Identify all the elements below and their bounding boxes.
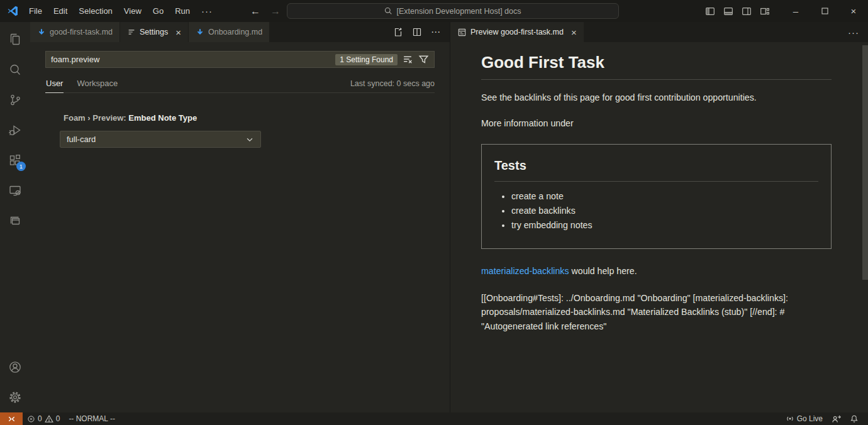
tabbar-left: good-first-task.md Settings × Onboarding… [30,22,450,42]
more-actions-icon[interactable]: ··· [848,27,859,38]
settings-scope-tabs: User Workspace Last synced: 0 secs ago [45,77,435,93]
embed-title: Tests [494,158,818,182]
command-center-search[interactable]: [Extension Development Host] docs [287,3,619,19]
menu-go[interactable]: Go [147,4,169,19]
filter-funnel-icon[interactable] [418,54,429,65]
search-icon [384,7,392,15]
go-live-button[interactable]: Go Live [781,412,827,425]
settings-search-box: 1 Setting Found [45,51,435,68]
chevron-down-icon [245,135,254,144]
embedded-note-card: Tests create a note create backlinks try… [481,144,832,249]
close-tab-icon[interactable]: × [571,28,577,37]
feedback-button[interactable] [827,412,845,425]
customize-layout-icon[interactable] [760,6,770,16]
settings-list-icon [127,28,136,36]
status-bar: 0 0 -- NORMAL -- Go Live [0,412,868,425]
run-debug-icon[interactable] [0,115,30,145]
link-tail-text: would help here. [569,266,637,276]
menu-edit[interactable]: Edit [48,4,73,19]
search-sidebar-icon[interactable] [0,55,30,85]
setting-title: Foam › Preview: Embed Note Type [64,113,435,123]
scope-tab-workspace[interactable]: Workspace [76,79,118,92]
more-actions-icon[interactable]: ⋯ [431,26,441,38]
problems-status[interactable]: 0 0 [23,412,64,425]
markdown-preview-icon [457,28,467,37]
vscode-logo-icon [8,6,18,16]
open-settings-json-icon[interactable] [393,27,403,37]
tab-settings[interactable]: Settings × [120,22,189,42]
embed-note-type-select[interactable]: full-card [60,131,261,148]
workbench: 1 good-first-task.md [0,22,868,412]
go-live-label: Go Live [797,414,823,423]
scrollbar-thumb[interactable] [862,45,868,280]
link-references-text: [[Onboarding#Tests]: ../Onboarding.md "O… [481,291,832,333]
extensions-badge: 1 [16,162,26,171]
statusbar-right: Go Live [781,412,868,425]
last-synced-label: Last synced: 0 secs ago [350,79,435,92]
clear-search-filters-icon[interactable] [403,54,413,65]
settings-search-input[interactable] [46,55,335,64]
toggle-panel-icon[interactable] [723,6,733,16]
tab-label: good-first-task.md [50,28,113,36]
error-icon [27,415,35,423]
preview-paragraph: More information under [481,118,832,128]
markdown-preview-pane: Good First Task See the backlinks of thi… [450,42,868,412]
toggle-secondary-sidebar-icon[interactable] [742,6,752,16]
tab-preview[interactable]: Preview good-first-task.md × [450,22,584,42]
toggle-sidebar-icon[interactable] [705,6,715,16]
history-navigation: ← → [250,0,281,22]
settings-editor: 1 Setting Found User Workspace Last sync… [30,42,450,412]
tab-label: Onboarding.md [208,28,262,36]
setting-name: Embed Note Type [128,113,197,123]
explorer-icon[interactable] [0,25,30,55]
settings-gear-icon[interactable] [0,382,30,412]
editor-group-left: good-first-task.md Settings × Onboarding… [30,22,450,412]
preview-title: Good First Task [481,53,832,80]
warning-icon [45,414,53,423]
tab-label: Preview good-first-task.md [470,28,564,36]
broadcast-icon [786,414,794,423]
editor-actions-left: ⋯ [393,22,450,42]
close-window-button[interactable]: × [839,0,868,22]
dropdown-value: full-card [67,135,96,144]
list-item: try embedding notes [511,220,818,230]
vim-mode-status[interactable]: -- NORMAL -- [64,412,120,425]
titlebar: File Edit Selection View Go Run ··· ← → … [0,0,868,22]
editor-windows-icon[interactable] [0,206,30,236]
markdown-file-icon [37,28,46,36]
split-editor-icon[interactable] [412,27,422,37]
minimize-button[interactable]: – [781,0,810,22]
menu-selection[interactable]: Selection [73,4,118,19]
list-item: create a note [511,191,818,201]
editor-group-right: Preview good-first-task.md × ··· Good Fi… [450,22,868,412]
menu-more[interactable]: ··· [196,4,218,19]
command-center-label: [Extension Development Host] docs [396,7,521,16]
list-item: create backlinks [511,206,818,216]
extensions-icon[interactable]: 1 [0,145,30,175]
scope-tab-user[interactable]: User [45,79,64,93]
bell-icon [850,414,859,423]
remote-explorer-icon[interactable] [0,175,30,206]
tab-good-first-task[interactable]: good-first-task.md [30,22,120,42]
back-arrow-icon[interactable]: ← [250,6,260,17]
tab-onboarding[interactable]: Onboarding.md [189,22,270,42]
preview-paragraph: materialized-backlinks would help here. [481,266,832,276]
menu-file[interactable]: File [23,4,48,19]
setting-category: Foam › Preview: [64,113,128,123]
maximize-button[interactable] [810,0,839,22]
window-controls: – × [705,0,868,22]
activity-bar: 1 [0,22,30,412]
materialized-backlinks-link[interactable]: materialized-backlinks [481,266,569,276]
feedback-person-icon [832,414,841,424]
editor-actions-right: ··· [848,22,868,42]
accounts-icon[interactable] [0,352,30,382]
forward-arrow-icon[interactable]: → [270,6,281,17]
error-count: 0 [38,414,42,423]
close-tab-icon[interactable]: × [175,28,181,37]
source-control-icon[interactable] [0,85,30,115]
notifications-button[interactable] [845,412,863,425]
tab-label: Settings [140,28,168,36]
menu-view[interactable]: View [118,4,147,19]
remote-indicator[interactable] [0,412,23,425]
menu-run[interactable]: Run [169,4,196,19]
